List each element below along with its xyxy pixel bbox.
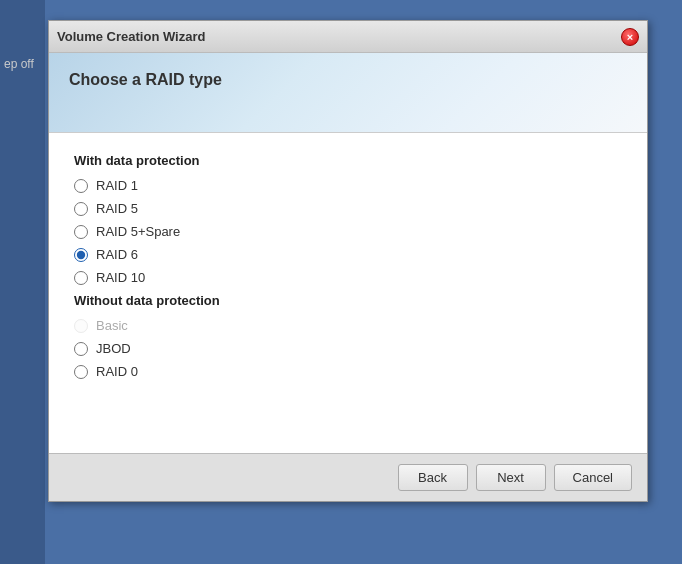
dialog-content: With data protection RAID 1 RAID 5 RAID … [49, 133, 647, 453]
dialog-title: Volume Creation Wizard [57, 29, 205, 44]
volume-creation-wizard-dialog: Volume Creation Wizard × Choose a RAID t… [48, 20, 648, 502]
dialog-header-title: Choose a RAID type [69, 71, 627, 89]
raid0-radio[interactable] [74, 365, 88, 379]
raid5-option[interactable]: RAID 5 [74, 201, 622, 216]
jbod-radio[interactable] [74, 342, 88, 356]
cancel-button[interactable]: Cancel [554, 464, 632, 491]
background-panel: ep off [0, 0, 45, 564]
raid10-radio[interactable] [74, 271, 88, 285]
raid1-radio[interactable] [74, 179, 88, 193]
raid5-label[interactable]: RAID 5 [96, 201, 138, 216]
raid5spare-radio[interactable] [74, 225, 88, 239]
dialog-header-banner: Choose a RAID type [49, 53, 647, 133]
dialog-footer: Back Next Cancel [49, 453, 647, 501]
raid6-label[interactable]: RAID 6 [96, 247, 138, 262]
jbod-label[interactable]: JBOD [96, 341, 131, 356]
next-button[interactable]: Next [476, 464, 546, 491]
without-protection-label: Without data protection [74, 293, 622, 308]
raid1-label[interactable]: RAID 1 [96, 178, 138, 193]
raid5spare-option[interactable]: RAID 5+Spare [74, 224, 622, 239]
jbod-option[interactable]: JBOD [74, 341, 622, 356]
raid0-option[interactable]: RAID 0 [74, 364, 622, 379]
basic-radio [74, 319, 88, 333]
basic-label: Basic [96, 318, 128, 333]
raid5spare-label[interactable]: RAID 5+Spare [96, 224, 180, 239]
with-protection-label: With data protection [74, 153, 622, 168]
raid6-radio[interactable] [74, 248, 88, 262]
raid5-radio[interactable] [74, 202, 88, 216]
raid1-option[interactable]: RAID 1 [74, 178, 622, 193]
raid0-label[interactable]: RAID 0 [96, 364, 138, 379]
raid6-option[interactable]: RAID 6 [74, 247, 622, 262]
close-button[interactable]: × [621, 28, 639, 46]
basic-option[interactable]: Basic [74, 318, 622, 333]
raid10-label[interactable]: RAID 10 [96, 270, 145, 285]
raid10-option[interactable]: RAID 10 [74, 270, 622, 285]
side-label: ep off [0, 55, 45, 73]
back-button[interactable]: Back [398, 464, 468, 491]
dialog-titlebar: Volume Creation Wizard × [49, 21, 647, 53]
